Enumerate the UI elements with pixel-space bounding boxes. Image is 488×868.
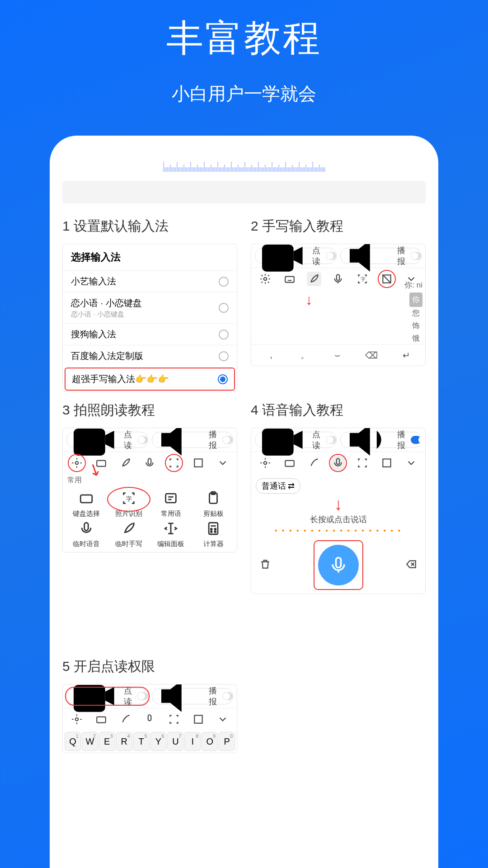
period-key[interactable]: 。 [300,349,310,361]
mic-icon[interactable] [142,712,157,726]
svg-point-33 [211,528,212,530]
mic-icon[interactable] [331,272,345,286]
svg-point-35 [211,531,212,533]
key-y[interactable]: Y6 [150,732,167,751]
tool-temp-handwrite[interactable]: 临时手写 [109,521,149,548]
read-toggle[interactable]: 点读 [66,432,148,448]
key-r[interactable]: R4 [116,732,132,751]
keyboard-icon[interactable] [282,272,297,286]
phone-frame: 1 设置默认输入法 选择输入法 小艺输入法 恋小语 · 小恋键盘恋小语 · 小恋… [50,136,438,868]
resize-icon[interactable] [191,456,206,470]
tool-photo-ocr[interactable]: 字照片识别 [109,491,149,518]
feather-icon[interactable] [118,712,133,726]
key-t[interactable]: T5 [133,732,150,751]
tutorial-1-title: 1 设置默认输入法 [62,217,237,236]
photo-read-card: 点读 播报 常用 ↘ [62,428,237,552]
tutorial-4-title: 4 语音输入教程 [251,401,426,420]
svg-rect-51 [148,715,151,721]
scan-icon[interactable] [355,456,370,470]
svg-point-36 [215,531,216,533]
ime-option-selected[interactable]: 超强手写输入法👉👉👉 [65,368,235,391]
speak-toggle[interactable]: 播报 [152,688,234,704]
ime-option[interactable]: 恋小语 · 小恋键盘恋小语 · 小恋键盘 [63,292,237,323]
svg-rect-42 [383,459,390,467]
tool-calculator[interactable]: 计算器 [193,521,233,548]
read-toggle[interactable]: 点读 [255,432,337,448]
mic-button[interactable] [318,545,359,585]
key-p[interactable]: P0 [219,732,235,751]
svg-rect-52 [194,715,202,723]
ime-option[interactable]: 小艺输入法 [63,270,237,292]
svg-rect-19 [194,459,202,467]
svg-point-3 [264,278,267,281]
resize-icon[interactable] [191,712,206,726]
enter-key[interactable]: ↵ [403,350,410,361]
feather-icon[interactable] [307,456,321,470]
pinyin-label: 你: ni [404,280,422,290]
candidate-list[interactable]: 你 您 饰 饿 [409,292,422,345]
tool-phrases[interactable]: 常用语 [151,491,191,518]
key-o[interactable]: O9 [202,732,218,751]
tool-keyboard-select[interactable]: 键盘选择 [66,491,106,518]
voice-input-card: 点读 播报 普通话 ⇄ ↓ [251,428,426,594]
page-header: 丰富教程 小白用户一学就会 [0,0,488,106]
settings-icon[interactable] [70,456,84,470]
keyboard-icon[interactable] [94,712,108,726]
resize-icon[interactable] [380,272,394,286]
tool-edit-panel[interactable]: 编辑面板 [151,521,191,548]
trash-icon[interactable] [259,558,271,572]
feather-icon[interactable] [118,456,133,470]
scan-icon[interactable] [167,712,181,726]
backspace-icon[interactable] [405,558,417,572]
settings-icon[interactable] [258,272,272,286]
red-arrow-icon: ↓ [305,292,313,308]
ime-option[interactable]: 百度输入法定制版 [63,345,237,367]
chevron-down-icon[interactable] [404,456,418,470]
read-toggle[interactable]: 点读 [255,248,337,264]
svg-rect-22 [166,494,176,503]
handwrite-area[interactable]: ↓ 你: ni 你 您 饰 饿 [251,290,425,344]
svg-rect-0 [262,245,294,272]
keyboard-icon[interactable] [282,456,297,470]
ime-selector-heading: 选择输入法 [63,244,237,270]
chevron-down-icon[interactable] [216,712,230,726]
svg-rect-27 [84,523,89,530]
tap-read-card: 点读 播报 Q1W2E3R4T5Y6U7I8O9P0 [62,684,237,753]
settings-icon[interactable] [258,456,272,470]
ime-option[interactable]: 搜狗输入法 [63,323,237,345]
chevron-down-icon[interactable] [216,456,230,470]
svg-rect-37 [262,429,294,456]
backspace-key[interactable]: ⌫ [365,350,378,361]
settings-icon[interactable] [70,712,84,726]
svg-point-34 [215,528,216,530]
tool-temp-voice[interactable]: 临时语音 [66,521,106,548]
feather-icon[interactable] [307,272,321,286]
language-chip[interactable]: 普通话 ⇄ [256,478,300,494]
key-e[interactable]: E3 [99,732,115,751]
key-u[interactable]: U7 [167,732,183,751]
svg-rect-18 [148,458,151,464]
scan-icon[interactable] [167,456,181,470]
resize-icon[interactable] [380,456,394,470]
tool-clipboard[interactable]: 剪贴板 [193,491,233,518]
mic-icon[interactable] [142,456,157,470]
page-title: 丰富教程 [0,14,488,63]
speak-toggle[interactable]: 播报 [152,432,234,448]
mic-icon [328,555,348,575]
comma-key[interactable]: ， [267,349,276,361]
radio-icon [219,351,229,361]
key-w[interactable]: W2 [82,732,98,751]
key-q[interactable]: Q1 [65,732,81,751]
ime-selector-card: 选择输入法 小艺输入法 恋小语 · 小恋键盘恋小语 · 小恋键盘 搜狗输入法 百… [62,244,237,392]
red-arrow-icon: ↓ [251,495,425,514]
mic-icon[interactable] [331,456,345,470]
tutorial-2-title: 2 手写输入教程 [251,217,426,236]
read-toggle-highlighted[interactable]: 点读 [66,688,148,704]
radio-icon-selected [218,374,228,384]
speak-toggle[interactable]: 播报 [340,248,422,264]
svg-rect-4 [285,277,294,283]
scan-icon[interactable]: 字 [355,272,370,286]
key-i[interactable]: I8 [184,732,201,751]
space-key[interactable]: ⌣ [334,350,340,360]
speak-toggle-on[interactable]: 播报 [340,432,422,448]
